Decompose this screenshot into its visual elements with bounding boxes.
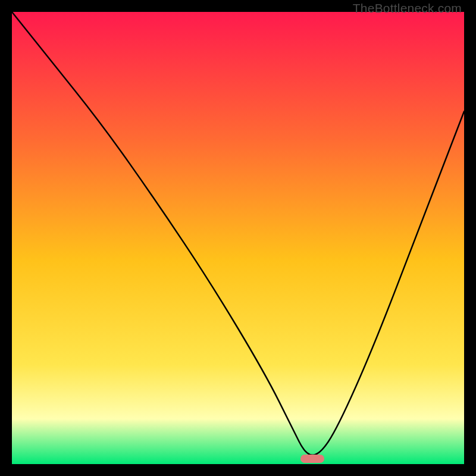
optimal-marker bbox=[300, 455, 324, 463]
bottleneck-curve bbox=[12, 12, 464, 464]
watermark-text: TheBottleneck.com bbox=[353, 1, 462, 15]
chart-frame: TheBottleneck.com bbox=[0, 0, 476, 476]
plot-area bbox=[12, 12, 464, 464]
